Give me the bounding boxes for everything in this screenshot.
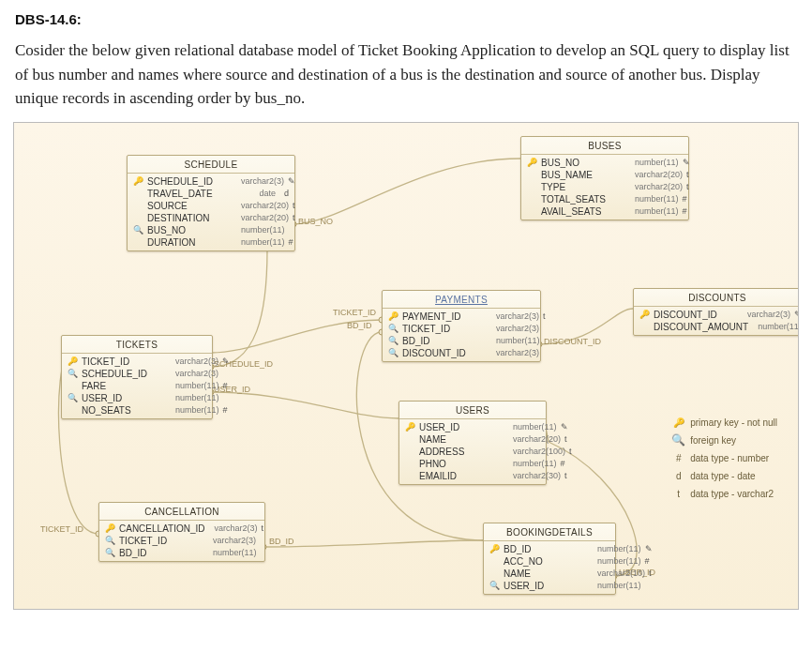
entity-title: BOOKINGDETAILS	[484, 523, 615, 541]
column-suffix: #	[289, 237, 293, 247]
column-row: AVAIL_SEATSnumber(11)#	[521, 205, 688, 218]
pk-icon: 🔑	[672, 414, 684, 432]
column-type: number(11)	[213, 548, 257, 557]
legend-date: data type - date	[690, 467, 756, 485]
column-name: BD_ID	[402, 336, 487, 346]
column-name: SCHEDULE_ID	[82, 369, 166, 379]
legend-num: data type - number	[690, 449, 769, 467]
blank-icon	[133, 189, 143, 199]
column-type: varchar2(20)	[635, 170, 683, 179]
column-type: number(11)	[241, 237, 285, 247]
fk-icon: 🔍	[388, 348, 398, 358]
column-suffix: ✎	[683, 158, 690, 167]
column-row: 🔍TICKET_IDvarchar2(3)	[99, 535, 264, 547]
column-row: TRAVEL_DATEdated	[128, 188, 294, 200]
column-row: 🔍USER_IDnumber(11)	[62, 392, 212, 404]
column-name: NAME	[504, 568, 588, 579]
legend-pk: primary key - not null	[690, 414, 777, 432]
column-name: USER_ID	[419, 422, 504, 432]
varchar-type-icon: t	[672, 485, 684, 503]
blank-icon	[527, 170, 537, 180]
column-type: varchar2(100)	[513, 447, 565, 456]
column-type: number(11)	[597, 544, 641, 553]
column-name: DISCOUNT_ID	[654, 310, 738, 320]
column-suffix: t	[686, 182, 689, 191]
legend-vc: data type - varchar2	[690, 485, 774, 503]
fk-icon: 🔍	[105, 548, 115, 558]
column-name: BD_ID	[119, 548, 203, 558]
column-name: TRAVEL_DATE	[147, 189, 232, 199]
column-suffix: d	[279, 189, 289, 198]
column-type: varchar2(3)	[496, 311, 539, 321]
pk-icon: 🔑	[489, 544, 500, 554]
column-name: PAYMENT_ID	[402, 311, 487, 322]
column-suffix: #	[645, 556, 650, 566]
blank-icon	[133, 201, 143, 211]
entity-title: CANCELLATION	[99, 503, 264, 521]
blank-icon	[133, 213, 143, 223]
blank-icon	[405, 459, 415, 469]
column-type: varchar2(3)	[175, 356, 218, 366]
column-row: 🔍USER_IDnumber(11)	[484, 580, 615, 592]
entity-schedule: SCHEDULE🔑SCHEDULE_IDvarchar2(3)✎TRAVEL_D…	[127, 155, 295, 251]
column-name: TICKET_ID	[119, 536, 203, 546]
column-name: PHNO	[419, 459, 504, 469]
link-label-ticket-id-2: TICKET_ID	[40, 524, 83, 534]
er-diagram: BUS_NO SCHEDULE_ID USER_ID TICKET_ID BD_…	[13, 122, 799, 610]
pk-icon: 🔑	[68, 356, 78, 367]
column-row: 🔑PAYMENT_IDvarchar2(3)t	[383, 311, 540, 323]
column-row: 🔍BD_IDnumber(11)	[383, 335, 540, 347]
column-suffix: #	[683, 194, 687, 204]
column-type: varchar2(30)	[513, 471, 561, 480]
column-suffix: t	[262, 523, 264, 533]
pk-icon: 🔑	[527, 158, 537, 168]
column-row: BUS_NAMEvarchar2(20)t	[521, 169, 688, 181]
column-name: FARE	[82, 381, 166, 391]
column-type: varchar2(3)	[213, 536, 256, 545]
column-type: number(11)	[597, 556, 641, 566]
column-suffix: #	[561, 459, 565, 468]
column-suffix: #	[683, 206, 687, 216]
blank-icon	[527, 206, 537, 217]
entity-title: TICKETS	[62, 336, 212, 354]
column-type: number(11)	[496, 336, 540, 345]
column-name: NAME	[419, 434, 504, 445]
column-type: number(11)	[241, 225, 285, 235]
problem-description: Cosider the below given relational datab…	[0, 35, 812, 122]
column-type: number(11)	[513, 459, 557, 468]
fk-icon: 🔍	[133, 225, 143, 235]
column-row: PHNOnumber(11)#	[399, 458, 546, 470]
column-name: TYPE	[541, 182, 625, 192]
column-row: 🔍DISCOUNT_IDvarchar2(3)	[383, 347, 540, 359]
column-suffix: t	[293, 201, 295, 210]
column-type: varchar2(20)	[241, 213, 289, 222]
column-name: TICKET_ID	[402, 324, 487, 334]
column-row: 🔍SCHEDULE_IDvarchar2(3)	[62, 368, 212, 380]
column-suffix: ✎	[794, 310, 799, 319]
column-row: NO_SEATSnumber(11)#	[62, 404, 212, 417]
blank-icon	[405, 434, 415, 445]
column-suffix: t	[564, 434, 567, 444]
column-type: varchar2(3)	[747, 310, 790, 319]
column-type: varchar2(3)	[241, 176, 284, 186]
column-name: USER_ID	[82, 393, 166, 403]
fk-icon: 🔍	[105, 536, 115, 546]
entity-cancellation: CANCELLATION🔑CANCELLATION_IDvarchar2(3)t…	[98, 502, 265, 562]
column-row: 🔑DISCOUNT_IDvarchar2(3)✎	[634, 309, 799, 321]
column-name: SCHEDULE_ID	[147, 176, 232, 187]
column-row: TYPEvarchar2(20)t	[521, 181, 688, 193]
column-type: number(11)	[175, 405, 219, 415]
legend-fk: foreign key	[690, 432, 736, 449]
column-row: 🔍BUS_NOnumber(11)	[128, 224, 294, 236]
entity-title: DISCOUNTS	[634, 289, 799, 307]
column-type: varchar2(3)	[175, 369, 218, 378]
column-suffix: t	[543, 311, 546, 321]
entity-bookingdetails: BOOKINGDETAILS🔑BD_IDnumber(11)✎ACC_NOnum…	[483, 523, 616, 595]
column-suffix: #	[223, 405, 228, 415]
entity-tickets: TICKETS🔑TICKET_IDvarchar2(3)✎🔍SCHEDULE_I…	[61, 335, 213, 419]
link-label-ticket-id: TICKET_ID	[333, 308, 376, 317]
column-row: TOTAL_SEATSnumber(11)#	[521, 193, 688, 205]
column-type: number(11)	[635, 158, 679, 167]
column-suffix: ✎	[222, 356, 230, 366]
pk-icon: 🔑	[405, 422, 415, 432]
